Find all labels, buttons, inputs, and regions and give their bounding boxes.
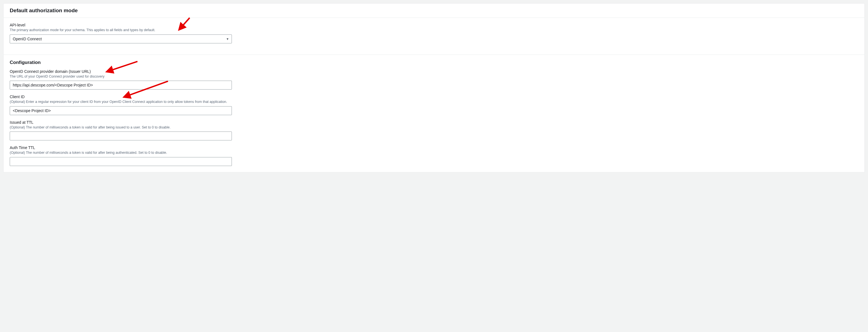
client-id-hint: (Optional) Enter a regular expression fo… xyxy=(10,100,858,105)
auth-time-ttl-field: Auth Time TTL (Optional) The number of m… xyxy=(10,145,858,166)
auth-time-ttl-hint: (Optional) The number of milliseconds a … xyxy=(10,150,858,156)
issued-ttl-field: Issued at TTL (Optional) The number of m… xyxy=(10,120,858,141)
issued-ttl-label: Issued at TTL xyxy=(10,120,858,124)
api-level-select[interactable]: OpenID Connect xyxy=(10,34,232,44)
issuer-url-label: OpenID Connect provider domain (Issuer U… xyxy=(10,69,858,74)
issuer-url-field: OpenID Connect provider domain (Issuer U… xyxy=(10,69,858,90)
client-id-field: Client ID (Optional) Enter a regular exp… xyxy=(10,94,858,115)
auth-time-ttl-input[interactable] xyxy=(10,157,232,166)
configuration-heading: Configuration xyxy=(10,60,858,65)
panel-title: Default authorization mode xyxy=(10,7,858,13)
issued-ttl-hint: (Optional) The number of milliseconds a … xyxy=(10,125,858,130)
api-level-hint: The primary authorization mode for your … xyxy=(10,28,858,33)
api-level-field: API-level The primary authorization mode… xyxy=(10,23,858,44)
issuer-url-input[interactable] xyxy=(10,81,232,89)
api-level-select-wrap: OpenID Connect ▼ xyxy=(10,34,232,44)
panel-header: Default authorization mode xyxy=(4,4,864,18)
api-level-section: API-level The primary authorization mode… xyxy=(4,18,864,55)
api-level-label: API-level xyxy=(10,23,858,27)
configuration-section: Configuration OpenID Connect provider do… xyxy=(4,55,864,172)
issuer-url-hint: The URL of your OpenID Connect provider … xyxy=(10,74,858,79)
authorization-panel: Default authorization mode API-level The… xyxy=(3,3,865,172)
client-id-label: Client ID xyxy=(10,94,858,99)
auth-time-ttl-label: Auth Time TTL xyxy=(10,145,858,150)
issued-ttl-input[interactable] xyxy=(10,132,232,140)
client-id-input[interactable] xyxy=(10,106,232,115)
